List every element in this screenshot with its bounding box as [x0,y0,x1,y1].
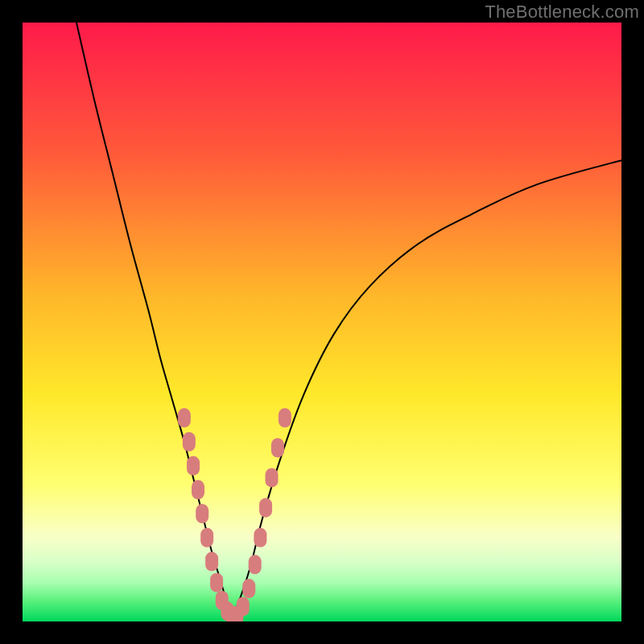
curve-marker [210,573,223,592]
curve-marker [259,498,272,518]
attribution-label: TheBottleneck.com [485,2,639,23]
curve-marker [271,438,284,457]
curve-marker [242,579,255,598]
curve-marker [196,504,208,523]
curve-marker [205,552,218,572]
curve-marker [187,456,200,476]
curve-marker [279,408,291,427]
curve-marker [237,597,250,616]
curve-marker [200,528,213,547]
chart-container: TheBottleneck.com [0,0,644,644]
curve-marker [178,408,191,427]
curve-marker [192,480,204,499]
curve-marker [183,432,196,452]
plot-area [23,23,621,621]
curve-marker [249,555,262,574]
gradient-background [23,23,621,621]
bottleneck-curve-chart [23,23,621,621]
curve-marker [266,468,279,487]
curve-marker [254,528,266,547]
